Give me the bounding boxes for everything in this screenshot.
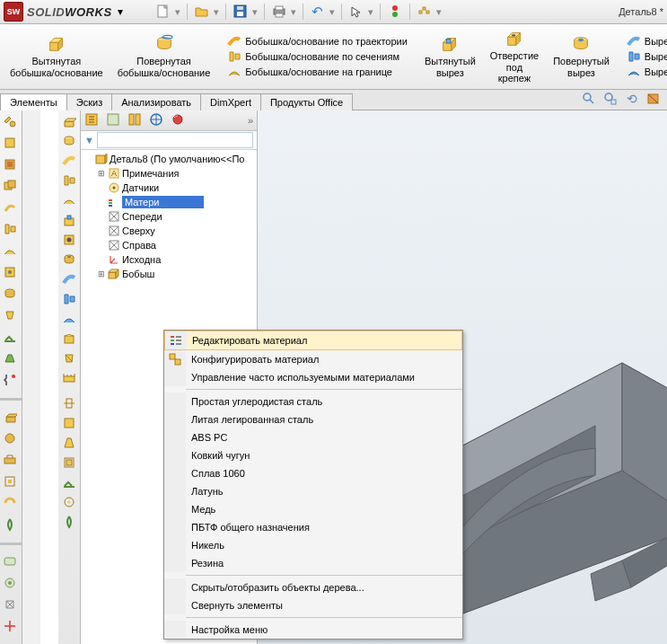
tool-icon[interactable] — [3, 496, 19, 512]
ctx-manage-favorites[interactable]: Управление часто используемыми материала… — [164, 368, 462, 386]
ctx-material-item[interactable]: Литая легированная сталь — [164, 410, 462, 428]
tab-office[interactable]: Продукты Office — [260, 93, 353, 110]
ctx-material-item[interactable]: Никель — [164, 536, 462, 554]
revolve-boss-button[interactable]: Повернутая бобышка/основание — [111, 26, 217, 87]
tree-root[interactable]: Деталь8 (По умолчанию<<По — [81, 152, 257, 166]
tool-icon[interactable] — [62, 193, 76, 207]
tab-features[interactable]: Элементы — [0, 93, 67, 110]
zoom-area-icon[interactable] — [602, 91, 619, 107]
tool-icon[interactable] — [3, 554, 19, 570]
panel-expand-icon[interactable]: » — [248, 115, 253, 126]
tab-sketch[interactable]: Эскиз — [66, 93, 112, 110]
sweep-boss-button[interactable]: Бобышка/основание по траектории — [227, 34, 408, 49]
hole-wizard-button[interactable]: Отверстие под крепеж — [484, 26, 545, 87]
tool-icon[interactable] — [62, 331, 76, 346]
tool-icon[interactable] — [3, 576, 19, 592]
ctx-material-item[interactable]: Медь — [164, 500, 462, 518]
tool-icon[interactable] — [3, 330, 19, 346]
boundary-cut-button[interactable]: Вырез по гр — [627, 65, 667, 79]
tool-icon[interactable] — [62, 436, 76, 450]
ctx-material-item[interactable]: Резина — [164, 554, 462, 572]
boundary-boss-button[interactable]: Бобышка/основание на границе — [227, 65, 408, 79]
loft-boss-button[interactable]: Бобышка/основание по сечениям — [227, 49, 408, 64]
section-view-icon[interactable] — [645, 91, 662, 107]
tool-icon[interactable] — [62, 252, 76, 267]
tool-icon[interactable] — [3, 373, 19, 389]
tool-icon[interactable] — [62, 292, 76, 306]
tool-icon[interactable] — [3, 619, 19, 635]
zoom-fit-icon[interactable] — [581, 91, 597, 107]
traffic-light-icon[interactable] — [387, 4, 403, 20]
tool-icon[interactable] — [62, 134, 76, 148]
dim-tab-icon[interactable] — [149, 112, 165, 128]
tool-icon[interactable] — [62, 416, 76, 430]
undo-icon[interactable]: ↶ — [310, 4, 326, 20]
ctx-material-item[interactable]: ПБТФ общего назначения — [164, 518, 462, 536]
ctx-customize-menu[interactable]: Настройка меню — [164, 621, 462, 639]
pm-tab-icon[interactable] — [106, 112, 122, 128]
tool-icon[interactable] — [3, 308, 19, 324]
open-icon[interactable] — [194, 4, 210, 20]
save-icon[interactable] — [233, 4, 249, 20]
tool-icon[interactable] — [62, 515, 76, 529]
tool-icon[interactable] — [3, 597, 19, 613]
tool-icon[interactable] — [3, 453, 19, 469]
tool-icon[interactable] — [3, 410, 19, 426]
extrude-boss-button[interactable]: Вытянутая бобышка/основание — [4, 26, 110, 87]
tool-icon[interactable] — [62, 173, 76, 188]
tool-icon[interactable] — [62, 475, 76, 490]
tool-icon[interactable] — [3, 351, 19, 367]
select-icon[interactable] — [348, 4, 364, 20]
loft-cut-button[interactable]: Вырез по се — [627, 49, 667, 64]
tool-icon[interactable] — [3, 243, 19, 260]
tool-icon[interactable] — [62, 233, 76, 247]
ctx-material-item[interactable]: Ковкий чугун — [164, 446, 462, 464]
tree-top-plane[interactable]: Сверху — [81, 224, 257, 238]
filter-input[interactable] — [97, 132, 253, 148]
tree-right-plane[interactable]: Справа — [81, 238, 257, 252]
sweep-cut-button[interactable]: Вырез по тр — [627, 34, 667, 49]
tool-icon[interactable] — [3, 179, 19, 195]
tool-icon[interactable] — [3, 136, 19, 152]
extrude-cut-button[interactable]: Вытянутый вырез — [418, 26, 482, 87]
tool-icon[interactable] — [3, 157, 19, 173]
render-tab-icon[interactable] — [171, 112, 187, 128]
tree-boss-feature[interactable]: ⊞Бобыш — [81, 267, 257, 281]
cm-tab-icon[interactable] — [127, 112, 144, 128]
rotate-view-icon[interactable]: ⟲ — [624, 91, 640, 107]
tool-icon[interactable] — [62, 495, 76, 509]
ctx-material-item[interactable]: ABS PC — [164, 428, 462, 446]
print-icon[interactable] — [271, 4, 287, 20]
tool-icon[interactable] — [62, 154, 76, 168]
tool-icon[interactable] — [3, 431, 19, 447]
tool-icon[interactable] — [62, 272, 76, 287]
fm-tab-icon[interactable] — [84, 112, 101, 128]
dropdown-icon[interactable]: ▾ — [112, 4, 128, 20]
options-icon[interactable] — [417, 4, 433, 20]
tool-icon[interactable] — [3, 287, 19, 303]
ctx-material-item[interactable]: Простая углеродистая сталь — [164, 393, 462, 410]
tool-icon[interactable] — [62, 371, 76, 385]
tree-material[interactable]: Матери — [81, 195, 257, 209]
tool-icon[interactable] — [3, 474, 19, 490]
tree-sensors[interactable]: Датчики — [81, 181, 257, 195]
new-doc-icon[interactable] — [155, 4, 171, 20]
tool-icon[interactable] — [62, 114, 76, 128]
tool-icon[interactable] — [62, 312, 76, 326]
tool-icon[interactable] — [62, 396, 76, 410]
tool-icon[interactable] — [3, 517, 19, 534]
ctx-collapse-items[interactable]: Свернуть элементы — [164, 596, 462, 614]
tree-annotations[interactable]: ⊞AПримечания — [81, 166, 257, 181]
revolve-cut-button[interactable]: Повернутый вырез — [547, 26, 616, 87]
tab-evaluate[interactable]: Анализировать — [111, 93, 201, 110]
tool-icon[interactable] — [62, 213, 76, 227]
tool-icon[interactable] — [3, 114, 19, 130]
ctx-material-item[interactable]: Сплав 1060 — [164, 464, 462, 482]
ctx-material-item[interactable]: Латунь — [164, 482, 462, 500]
ctx-configure-material[interactable]: Конфигурировать материал — [164, 350, 462, 368]
ctx-hide-show-tree[interactable]: Скрыть/отобразить объекты дерева... — [164, 578, 462, 596]
tool-icon[interactable] — [62, 351, 76, 366]
tree-front-plane[interactable]: Спереди — [81, 209, 257, 224]
tool-icon[interactable] — [3, 222, 19, 238]
tree-origin[interactable]: Исходна — [81, 252, 257, 267]
